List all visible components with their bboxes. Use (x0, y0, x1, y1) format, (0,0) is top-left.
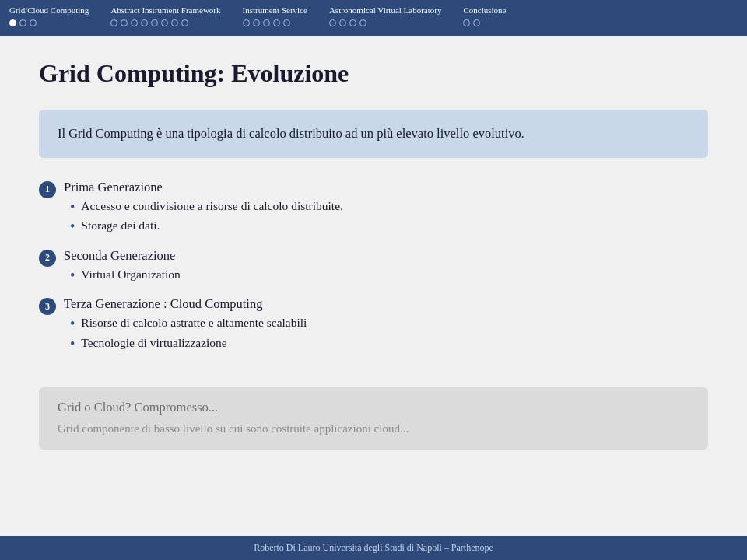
nav-dot[interactable] (121, 19, 128, 26)
nav-dots (463, 19, 480, 26)
generation-title: Terza Generazione : Cloud Computing (64, 296, 708, 312)
nav-dot[interactable] (161, 19, 168, 26)
nav-dots (9, 19, 37, 26)
nav-dot[interactable] (253, 19, 260, 26)
generation-number: 3 (39, 298, 56, 315)
generation-bullets: Accesso e condivisione a risorse di calc… (64, 199, 708, 236)
generation-number: 2 (39, 250, 56, 267)
generation-bullets: Risorse di calcolo astratte e altamente … (64, 316, 708, 352)
generation-content: Seconda GenerazioneVirtual Organization (64, 248, 708, 288)
nav-dot[interactable] (263, 19, 270, 26)
generation-number: 1 (39, 181, 56, 198)
bullet-item: Accesso e condivisione a risorse di calc… (70, 199, 708, 216)
nav-dot[interactable] (359, 19, 366, 26)
nav-dot[interactable] (9, 19, 16, 26)
nav-item-label: Abstract Instrument Framework (110, 5, 220, 16)
intro-text: Il Grid Computing è una tipologia di cal… (58, 124, 689, 144)
nav-item-label: Astronomical Virtual Laboratory (329, 5, 442, 16)
generation-bullets: Virtual Organization (64, 268, 708, 285)
nav-item[interactable]: Instrument Service (243, 5, 307, 26)
nav-dot[interactable] (131, 19, 138, 26)
generation-title: Prima Generazione (64, 180, 708, 195)
nav-dot[interactable] (463, 19, 470, 26)
nav-dots (243, 19, 290, 26)
nav-item[interactable]: Conclusione (463, 5, 506, 26)
nav-item-label: Grid/Cloud Computing (9, 5, 89, 16)
nav-dot[interactable] (473, 19, 480, 26)
bullet-item: Storage dei dati. (70, 219, 708, 236)
nav-item[interactable]: Grid/Cloud Computing (9, 5, 89, 26)
nav-dots (110, 19, 188, 26)
nav-dot[interactable] (110, 19, 117, 26)
nav-dot[interactable] (329, 19, 336, 26)
generations-list: 1Prima GenerazioneAccesso e condivisione… (39, 180, 708, 366)
nav-item-label: Instrument Service (243, 5, 307, 16)
main-content: Grid Computing: Evoluzione Il Grid Compu… (0, 36, 747, 536)
generation-content: Prima GenerazioneAccesso e condivisione … (64, 180, 708, 239)
generation-item: 1Prima GenerazioneAccesso e condivisione… (39, 180, 708, 239)
nav-item[interactable]: Astronomical Virtual Laboratory (329, 5, 442, 26)
generation-item: 2Seconda GenerazioneVirtual Organization (39, 248, 708, 288)
bullet-item: Virtual Organization (70, 268, 708, 285)
nav-dot[interactable] (181, 19, 188, 26)
nav-item-label: Conclusione (463, 5, 506, 16)
nav-item[interactable]: Abstract Instrument Framework (110, 5, 220, 26)
generation-title: Seconda Generazione (64, 248, 708, 264)
bullet-item: Tecnologie di virtualizzazione (70, 336, 708, 353)
nav-dot[interactable] (349, 19, 356, 26)
nav-dot[interactable] (339, 19, 346, 26)
generation-item: 3Terza Generazione : Cloud ComputingRiso… (39, 296, 708, 355)
preview-box: Grid o Cloud? Compromesso... Grid compon… (39, 387, 708, 450)
nav-dot[interactable] (30, 19, 37, 26)
bullet-item: Risorse di calcolo astratte e altamente … (70, 316, 708, 333)
generation-content: Terza Generazione : Cloud ComputingRisor… (64, 296, 708, 355)
nav-dot[interactable] (273, 19, 280, 26)
page-title: Grid Computing: Evoluzione (39, 59, 708, 88)
nav-dot[interactable] (171, 19, 178, 26)
nav-dot[interactable] (283, 19, 290, 26)
intro-box: Il Grid Computing è una tipologia di cal… (39, 110, 708, 158)
preview-title: Grid o Cloud? Compromesso... (58, 400, 689, 415)
preview-text: Grid componente di basso livello su cui … (58, 420, 689, 438)
footer: Roberto Di Lauro Università degli Studi … (0, 536, 747, 560)
nav-dot[interactable] (141, 19, 148, 26)
nav-dot[interactable] (19, 19, 26, 26)
nav-dots (329, 19, 366, 26)
top-nav: Grid/Cloud ComputingAbstract Instrument … (0, 0, 747, 36)
nav-dot[interactable] (243, 19, 250, 26)
nav-dot[interactable] (151, 19, 158, 26)
footer-text: Roberto Di Lauro Università degli Studi … (254, 542, 493, 553)
